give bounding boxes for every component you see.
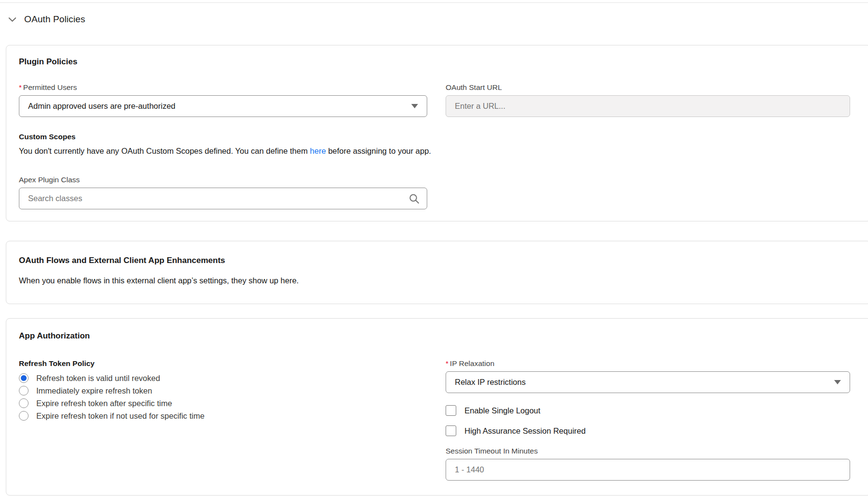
radio-expire-refresh-token-after-time[interactable]: Expire refresh token after specific time [19,397,427,410]
ip-relaxation-select[interactable]: Relax IP restrictions [446,371,850,393]
checkbox-icon [446,425,456,436]
radio-button-icon [19,373,29,383]
oauth-flows-title: OAuth Flows and External Client App Enha… [19,256,850,265]
radio-button-icon [19,411,29,421]
app-authorization-card: App Authorization Refresh Token Policy R… [6,318,868,496]
radio-option-label: Refresh token is valid until revoked [36,374,160,383]
ip-relaxation-value: Relax IP restrictions [455,378,834,387]
checkbox-high-assurance-session[interactable]: High Assurance Session Required [446,425,850,436]
permitted-users-value: Admin approved users are pre-authorized [28,102,411,111]
search-icon [409,193,419,204]
permitted-users-field: *Permitted Users Admin approved users ar… [19,83,427,117]
custom-scopes-text: You don't currently have any OAuth Custo… [19,146,850,156]
checkbox-enable-single-logout[interactable]: Enable Single Logout [446,405,850,416]
radio-option-label: Expire refresh token if not used for spe… [36,411,205,421]
radio-refresh-token-valid-until-revoked[interactable]: Refresh token is valid until revoked [19,372,427,384]
radio-button-icon [19,386,29,395]
checkbox-icon [446,405,456,416]
radio-expire-refresh-token-if-not-used[interactable]: Expire refresh token if not used for spe… [19,410,427,422]
apex-class-search-input[interactable] [19,188,427,209]
radio-immediately-expire-refresh-token[interactable]: Immediately expire refresh token [19,384,427,397]
oauth-flows-description: When you enable flows in this external c… [19,275,850,286]
apex-plugin-class-field: Apex Plugin Class [19,176,427,209]
permitted-users-label: *Permitted Users [19,83,427,92]
plugin-policies-title: Plugin Policies [19,57,850,67]
dropdown-arrow-icon [411,104,418,108]
apex-plugin-class-label: Apex Plugin Class [19,176,427,184]
oauth-start-url-field: OAuth Start URL [446,83,850,117]
custom-scopes-title: Custom Scopes [19,132,850,141]
session-timeout-label: Session Timeout In Minutes [446,447,850,455]
dropdown-arrow-icon [834,380,841,384]
radio-option-label: Expire refresh token after specific time [36,399,172,408]
required-asterisk: * [446,359,449,367]
oauth-start-url-input [446,95,850,117]
required-asterisk: * [19,83,22,91]
checkbox-label: High Assurance Session Required [464,426,585,436]
refresh-token-policy-label: Refresh Token Policy [19,359,427,368]
session-timeout-input[interactable] [446,459,850,481]
radio-option-label: Immediately expire refresh token [36,386,152,395]
checkbox-label: Enable Single Logout [464,406,540,415]
app-authorization-title: App Authorization [19,331,850,341]
oauth-policies-section-header[interactable]: OAuth Policies [0,3,868,25]
oauth-flows-card: OAuth Flows and External Client App Enha… [6,241,868,304]
radio-button-icon [19,398,29,408]
chevron-down-icon [8,15,17,24]
section-title: OAuth Policies [24,14,85,25]
oauth-start-url-label: OAuth Start URL [446,83,850,92]
refresh-token-policy-group: Refresh Token Policy Refresh token is va… [19,359,427,481]
plugin-policies-card: Plugin Policies *Permitted Users Admin a… [6,45,868,221]
define-scopes-here-link[interactable]: here [310,146,326,155]
app-authorization-right-column: *IP Relaxation Relax IP restrictions Ena… [446,359,850,481]
ip-relaxation-label: *IP Relaxation [446,359,850,368]
permitted-users-select[interactable]: Admin approved users are pre-authorized [19,95,427,117]
